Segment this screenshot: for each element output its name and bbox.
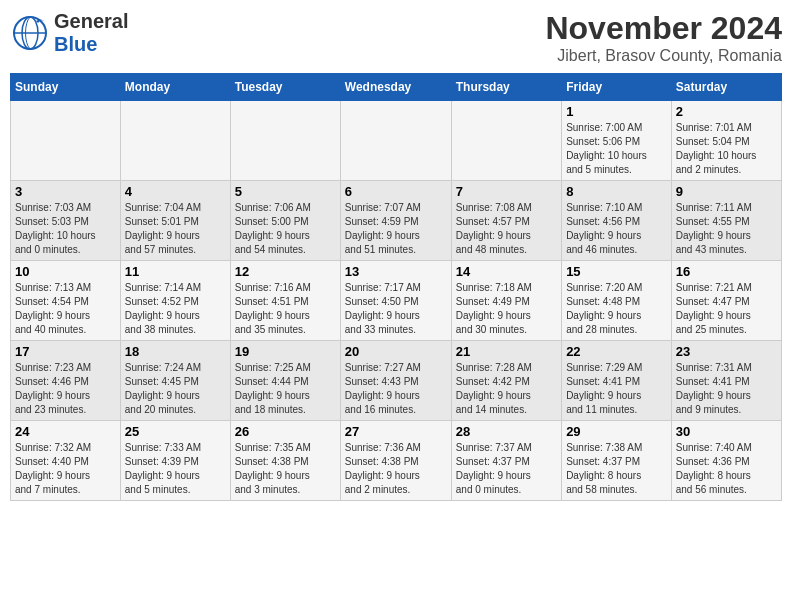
calendar-title: November 2024 <box>545 10 782 47</box>
day-number: 23 <box>676 344 777 359</box>
calendar-cell: 17Sunrise: 7:23 AMSunset: 4:46 PMDayligh… <box>11 341 121 421</box>
day-info: Sunrise: 7:14 AMSunset: 4:52 PMDaylight:… <box>125 281 226 337</box>
calendar-week-row: 1Sunrise: 7:00 AMSunset: 5:06 PMDaylight… <box>11 101 782 181</box>
day-info: Sunrise: 7:03 AMSunset: 5:03 PMDaylight:… <box>15 201 116 257</box>
day-number: 21 <box>456 344 557 359</box>
calendar-cell: 3Sunrise: 7:03 AMSunset: 5:03 PMDaylight… <box>11 181 121 261</box>
calendar-week-row: 10Sunrise: 7:13 AMSunset: 4:54 PMDayligh… <box>11 261 782 341</box>
day-info: Sunrise: 7:27 AMSunset: 4:43 PMDaylight:… <box>345 361 447 417</box>
calendar-cell: 9Sunrise: 7:11 AMSunset: 4:55 PMDaylight… <box>671 181 781 261</box>
day-info: Sunrise: 7:35 AMSunset: 4:38 PMDaylight:… <box>235 441 336 497</box>
header-day-wednesday: Wednesday <box>340 74 451 101</box>
day-info: Sunrise: 7:00 AMSunset: 5:06 PMDaylight:… <box>566 121 667 177</box>
calendar-cell <box>120 101 230 181</box>
day-info: Sunrise: 7:28 AMSunset: 4:42 PMDaylight:… <box>456 361 557 417</box>
day-info: Sunrise: 7:31 AMSunset: 4:41 PMDaylight:… <box>676 361 777 417</box>
calendar-cell: 12Sunrise: 7:16 AMSunset: 4:51 PMDayligh… <box>230 261 340 341</box>
day-number: 19 <box>235 344 336 359</box>
header-day-saturday: Saturday <box>671 74 781 101</box>
logo-blue: Blue <box>54 33 97 55</box>
day-number: 5 <box>235 184 336 199</box>
day-number: 28 <box>456 424 557 439</box>
day-info: Sunrise: 7:25 AMSunset: 4:44 PMDaylight:… <box>235 361 336 417</box>
day-number: 15 <box>566 264 667 279</box>
calendar-cell: 28Sunrise: 7:37 AMSunset: 4:37 PMDayligh… <box>451 421 561 501</box>
header: General Blue November 2024 Jibert, Braso… <box>10 10 782 65</box>
calendar-week-row: 3Sunrise: 7:03 AMSunset: 5:03 PMDaylight… <box>11 181 782 261</box>
calendar-week-row: 17Sunrise: 7:23 AMSunset: 4:46 PMDayligh… <box>11 341 782 421</box>
day-info: Sunrise: 7:40 AMSunset: 4:36 PMDaylight:… <box>676 441 777 497</box>
logo: General Blue <box>10 10 128 56</box>
calendar-cell: 8Sunrise: 7:10 AMSunset: 4:56 PMDaylight… <box>562 181 672 261</box>
day-number: 20 <box>345 344 447 359</box>
logo-general: General <box>54 10 128 32</box>
calendar-cell: 2Sunrise: 7:01 AMSunset: 5:04 PMDaylight… <box>671 101 781 181</box>
header-day-tuesday: Tuesday <box>230 74 340 101</box>
calendar-cell: 6Sunrise: 7:07 AMSunset: 4:59 PMDaylight… <box>340 181 451 261</box>
day-info: Sunrise: 7:33 AMSunset: 4:39 PMDaylight:… <box>125 441 226 497</box>
day-number: 22 <box>566 344 667 359</box>
calendar-cell: 4Sunrise: 7:04 AMSunset: 5:01 PMDaylight… <box>120 181 230 261</box>
day-number: 14 <box>456 264 557 279</box>
calendar-cell: 30Sunrise: 7:40 AMSunset: 4:36 PMDayligh… <box>671 421 781 501</box>
day-info: Sunrise: 7:20 AMSunset: 4:48 PMDaylight:… <box>566 281 667 337</box>
calendar-cell <box>230 101 340 181</box>
day-info: Sunrise: 7:29 AMSunset: 4:41 PMDaylight:… <box>566 361 667 417</box>
calendar-cell: 23Sunrise: 7:31 AMSunset: 4:41 PMDayligh… <box>671 341 781 421</box>
calendar-subtitle: Jibert, Brasov County, Romania <box>545 47 782 65</box>
day-info: Sunrise: 7:23 AMSunset: 4:46 PMDaylight:… <box>15 361 116 417</box>
day-number: 2 <box>676 104 777 119</box>
day-number: 17 <box>15 344 116 359</box>
calendar-week-row: 24Sunrise: 7:32 AMSunset: 4:40 PMDayligh… <box>11 421 782 501</box>
day-number: 9 <box>676 184 777 199</box>
day-info: Sunrise: 7:21 AMSunset: 4:47 PMDaylight:… <box>676 281 777 337</box>
day-info: Sunrise: 7:18 AMSunset: 4:49 PMDaylight:… <box>456 281 557 337</box>
calendar-cell: 7Sunrise: 7:08 AMSunset: 4:57 PMDaylight… <box>451 181 561 261</box>
header-day-monday: Monday <box>120 74 230 101</box>
day-number: 25 <box>125 424 226 439</box>
calendar-cell: 14Sunrise: 7:18 AMSunset: 4:49 PMDayligh… <box>451 261 561 341</box>
day-info: Sunrise: 7:06 AMSunset: 5:00 PMDaylight:… <box>235 201 336 257</box>
day-info: Sunrise: 7:08 AMSunset: 4:57 PMDaylight:… <box>456 201 557 257</box>
day-number: 13 <box>345 264 447 279</box>
calendar-cell: 20Sunrise: 7:27 AMSunset: 4:43 PMDayligh… <box>340 341 451 421</box>
calendar-cell: 24Sunrise: 7:32 AMSunset: 4:40 PMDayligh… <box>11 421 121 501</box>
day-info: Sunrise: 7:16 AMSunset: 4:51 PMDaylight:… <box>235 281 336 337</box>
calendar-cell: 26Sunrise: 7:35 AMSunset: 4:38 PMDayligh… <box>230 421 340 501</box>
day-number: 7 <box>456 184 557 199</box>
day-info: Sunrise: 7:07 AMSunset: 4:59 PMDaylight:… <box>345 201 447 257</box>
day-number: 8 <box>566 184 667 199</box>
calendar-cell: 10Sunrise: 7:13 AMSunset: 4:54 PMDayligh… <box>11 261 121 341</box>
calendar-cell: 1Sunrise: 7:00 AMSunset: 5:06 PMDaylight… <box>562 101 672 181</box>
day-number: 4 <box>125 184 226 199</box>
calendar-cell: 29Sunrise: 7:38 AMSunset: 4:37 PMDayligh… <box>562 421 672 501</box>
day-info: Sunrise: 7:11 AMSunset: 4:55 PMDaylight:… <box>676 201 777 257</box>
day-number: 10 <box>15 264 116 279</box>
calendar-header-row: SundayMondayTuesdayWednesdayThursdayFrid… <box>11 74 782 101</box>
day-number: 18 <box>125 344 226 359</box>
calendar-cell: 5Sunrise: 7:06 AMSunset: 5:00 PMDaylight… <box>230 181 340 261</box>
calendar-cell: 22Sunrise: 7:29 AMSunset: 4:41 PMDayligh… <box>562 341 672 421</box>
header-day-thursday: Thursday <box>451 74 561 101</box>
day-number: 26 <box>235 424 336 439</box>
day-info: Sunrise: 7:01 AMSunset: 5:04 PMDaylight:… <box>676 121 777 177</box>
day-info: Sunrise: 7:36 AMSunset: 4:38 PMDaylight:… <box>345 441 447 497</box>
day-info: Sunrise: 7:04 AMSunset: 5:01 PMDaylight:… <box>125 201 226 257</box>
calendar-cell <box>340 101 451 181</box>
calendar-table: SundayMondayTuesdayWednesdayThursdayFrid… <box>10 73 782 501</box>
calendar-cell: 15Sunrise: 7:20 AMSunset: 4:48 PMDayligh… <box>562 261 672 341</box>
calendar-cell <box>451 101 561 181</box>
calendar-cell: 16Sunrise: 7:21 AMSunset: 4:47 PMDayligh… <box>671 261 781 341</box>
calendar-cell: 27Sunrise: 7:36 AMSunset: 4:38 PMDayligh… <box>340 421 451 501</box>
day-info: Sunrise: 7:24 AMSunset: 4:45 PMDaylight:… <box>125 361 226 417</box>
day-info: Sunrise: 7:10 AMSunset: 4:56 PMDaylight:… <box>566 201 667 257</box>
title-section: November 2024 Jibert, Brasov County, Rom… <box>545 10 782 65</box>
day-number: 29 <box>566 424 667 439</box>
day-number: 16 <box>676 264 777 279</box>
calendar-cell <box>11 101 121 181</box>
calendar-cell: 11Sunrise: 7:14 AMSunset: 4:52 PMDayligh… <box>120 261 230 341</box>
calendar-cell: 18Sunrise: 7:24 AMSunset: 4:45 PMDayligh… <box>120 341 230 421</box>
day-info: Sunrise: 7:38 AMSunset: 4:37 PMDaylight:… <box>566 441 667 497</box>
day-number: 11 <box>125 264 226 279</box>
calendar-cell: 19Sunrise: 7:25 AMSunset: 4:44 PMDayligh… <box>230 341 340 421</box>
